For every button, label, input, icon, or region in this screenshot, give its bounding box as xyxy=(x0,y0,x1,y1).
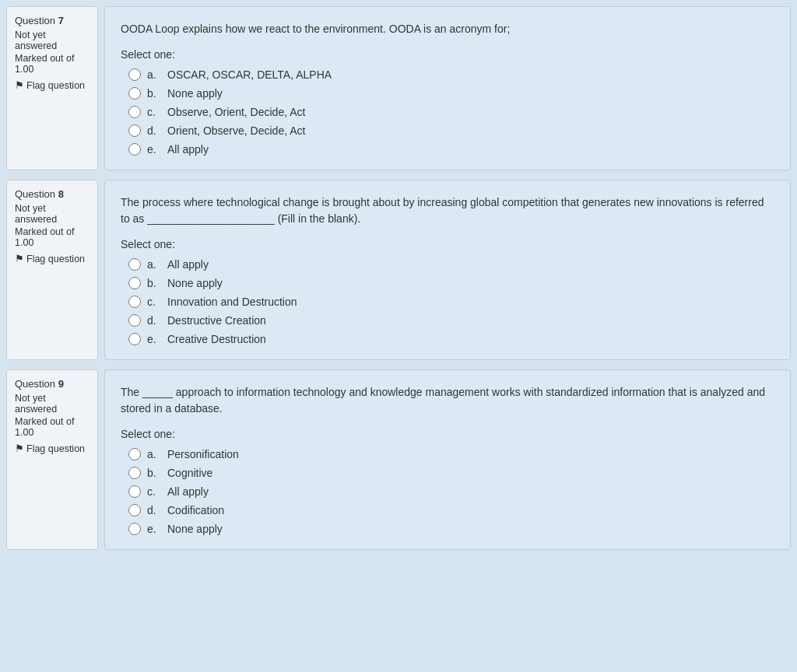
radio-q9-3[interactable] xyxy=(128,504,141,516)
option-letter-q7-2: c. xyxy=(147,106,161,118)
option-item-q9-3: d.Codification xyxy=(128,504,774,516)
radio-q7-3[interactable] xyxy=(128,124,141,137)
option-item-q8-0: a.All apply xyxy=(128,258,774,271)
question-status-q8: Not yet answered xyxy=(15,203,90,225)
sidebar-q8: Question 8 Not yet answered Marked out o… xyxy=(6,180,98,360)
option-item-q8-2: c.Innovation and Destruction xyxy=(128,296,774,308)
option-list-q8: a.All applyb.None applyc.Innovation and … xyxy=(121,258,774,345)
option-text-q9-0: Personification xyxy=(167,448,239,460)
option-item-q7-2: c.Observe, Orient, Decide, Act xyxy=(128,106,774,118)
option-text-q8-1: None apply xyxy=(167,277,223,289)
question-row-q7: Question 7 Not yet answered Marked out o… xyxy=(6,6,791,170)
option-list-q9: a.Personificationb.Cognitivec.All applyd… xyxy=(121,448,774,535)
option-letter-q9-4: e. xyxy=(147,523,161,535)
option-letter-q9-2: c. xyxy=(147,485,161,498)
option-letter-q7-3: d. xyxy=(147,124,161,137)
question-status-q9: Not yet answered xyxy=(15,393,90,415)
option-item-q7-3: d.Orient, Observe, Decide, Act xyxy=(128,124,774,137)
flag-button-q7[interactable]: ⚑ Flag question xyxy=(15,79,90,91)
option-text-q8-0: All apply xyxy=(167,258,209,271)
option-item-q9-2: c.All apply xyxy=(128,485,774,498)
option-letter-q8-0: a. xyxy=(147,258,161,271)
radio-q9-1[interactable] xyxy=(128,467,141,479)
sidebar-q7: Question 7 Not yet answered Marked out o… xyxy=(6,6,98,170)
question-status-q7: Not yet answered xyxy=(15,30,90,51)
select-label-q9: Select one: xyxy=(121,428,774,440)
question-content-q9: The _____ approach to information techno… xyxy=(104,369,791,550)
option-item-q9-0: a.Personification xyxy=(128,448,774,460)
option-item-q8-4: e.Creative Destruction xyxy=(128,333,774,345)
flag-icon-q9: ⚑ xyxy=(15,443,24,454)
radio-q9-2[interactable] xyxy=(128,485,141,498)
flag-label-q7: Flag question xyxy=(26,80,85,91)
option-item-q7-4: e.All apply xyxy=(128,143,774,156)
option-text-q8-3: Destructive Creation xyxy=(167,314,266,327)
question-title-q9: Question 9 xyxy=(15,378,90,390)
option-text-q8-2: Innovation and Destruction xyxy=(167,296,297,308)
option-text-q8-4: Creative Destruction xyxy=(167,333,266,345)
question-title-q7: Question 7 xyxy=(15,15,90,26)
radio-q7-0[interactable] xyxy=(128,68,141,81)
option-letter-q8-4: e. xyxy=(147,333,161,345)
sidebar-q9: Question 9 Not yet answered Marked out o… xyxy=(6,369,98,550)
flag-icon-q7: ⚑ xyxy=(15,79,24,91)
option-item-q7-0: a.OSCAR, OSCAR, DELTA, ALPHA xyxy=(128,68,774,81)
radio-q7-1[interactable] xyxy=(128,87,141,100)
question-content-q8: The process where technological change i… xyxy=(104,180,791,360)
option-text-q7-4: All apply xyxy=(167,143,209,156)
question-marked-q9: Marked out of 1.00 xyxy=(15,416,90,438)
flag-icon-q8: ⚑ xyxy=(15,253,24,264)
radio-q9-4[interactable] xyxy=(128,523,141,535)
option-text-q7-2: Observe, Orient, Decide, Act xyxy=(167,106,305,118)
flag-label-q8: Flag question xyxy=(26,254,85,264)
radio-q8-3[interactable] xyxy=(128,314,141,327)
question-title-q8: Question 8 xyxy=(15,188,90,200)
question-text-q9: The _____ approach to information techno… xyxy=(121,384,774,417)
radio-q9-0[interactable] xyxy=(128,448,141,460)
select-label-q7: Select one: xyxy=(121,48,774,61)
radio-q8-0[interactable] xyxy=(128,258,141,271)
question-marked-q7: Marked out of 1.00 xyxy=(15,53,90,75)
question-text-q7: OODA Loop explains how we react to the e… xyxy=(121,21,774,37)
radio-q7-4[interactable] xyxy=(128,143,141,156)
option-text-q9-3: Codification xyxy=(167,504,224,516)
question-content-q7: OODA Loop explains how we react to the e… xyxy=(104,6,791,170)
option-text-q9-2: All apply xyxy=(167,485,209,498)
option-letter-q7-4: e. xyxy=(147,143,161,156)
page-container: Question 7 Not yet answered Marked out o… xyxy=(0,0,797,556)
question-row-q8: Question 8 Not yet answered Marked out o… xyxy=(6,180,791,360)
option-text-q9-1: Cognitive xyxy=(167,467,212,479)
radio-q7-2[interactable] xyxy=(128,106,141,118)
option-item-q9-1: b.Cognitive xyxy=(128,467,774,479)
option-list-q7: a.OSCAR, OSCAR, DELTA, ALPHAb.None apply… xyxy=(121,68,774,156)
option-letter-q9-3: d. xyxy=(147,504,161,516)
option-letter-q7-1: b. xyxy=(147,87,161,100)
flag-button-q8[interactable]: ⚑ Flag question xyxy=(15,253,90,264)
radio-q8-4[interactable] xyxy=(128,333,141,345)
radio-q8-2[interactable] xyxy=(128,296,141,308)
option-letter-q9-1: b. xyxy=(147,467,161,479)
option-item-q8-1: b.None apply xyxy=(128,277,774,289)
option-text-q9-4: None apply xyxy=(167,523,223,535)
radio-q8-1[interactable] xyxy=(128,277,141,289)
option-letter-q7-0: a. xyxy=(147,68,161,81)
option-text-q7-1: None apply xyxy=(167,87,223,100)
question-marked-q8: Marked out of 1.00 xyxy=(15,226,90,248)
option-letter-q8-1: b. xyxy=(147,277,161,289)
option-item-q8-3: d.Destructive Creation xyxy=(128,314,774,327)
option-item-q9-4: e.None apply xyxy=(128,523,774,535)
question-text-q8: The process where technological change i… xyxy=(121,194,774,227)
select-label-q8: Select one: xyxy=(121,238,774,250)
flag-label-q9: Flag question xyxy=(26,443,85,454)
option-letter-q8-3: d. xyxy=(147,314,161,327)
option-letter-q9-0: a. xyxy=(147,448,161,460)
option-item-q7-1: b.None apply xyxy=(128,87,774,100)
option-letter-q8-2: c. xyxy=(147,296,161,308)
question-row-q9: Question 9 Not yet answered Marked out o… xyxy=(6,369,791,550)
option-text-q7-3: Orient, Observe, Decide, Act xyxy=(167,124,305,137)
option-text-q7-0: OSCAR, OSCAR, DELTA, ALPHA xyxy=(167,68,332,81)
flag-button-q9[interactable]: ⚑ Flag question xyxy=(15,443,90,454)
